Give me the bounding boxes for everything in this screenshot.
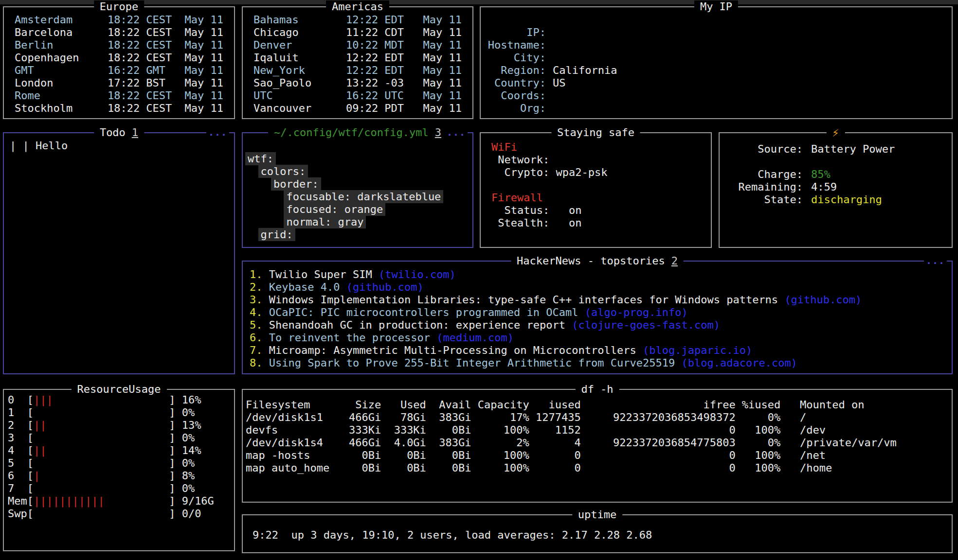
battery-value: Battery Power: [811, 143, 895, 156]
story-domain-link[interactable]: (clojure-goes-fast.com): [572, 319, 720, 331]
story-number: 6.: [250, 332, 263, 344]
df-data-row: /dev/disk1s4 466Gi 4.0Gi 383Gi 2% 4 9223…: [246, 437, 952, 449]
city-name: Berlin: [15, 39, 101, 52]
hackernews-story[interactable]: 5. Shenandoah GC in production: experien…: [250, 319, 952, 332]
clock-row: Iqaluit12:22EDTMay 11: [253, 52, 462, 64]
city-name: Barcelona: [15, 26, 101, 39]
story-domain-link[interactable]: (algo-prog.info): [585, 306, 688, 318]
story-domain-link[interactable]: (blog.japaric.io): [643, 344, 752, 356]
config-line: normal: gray: [245, 216, 472, 228]
clock-row: Denver10:22MDTMay 11: [253, 39, 462, 52]
security-line: WiFi: [491, 141, 711, 154]
panel-config-title: ~/.config/wtf/config.yml3: [268, 126, 447, 139]
hackernews-story[interactable]: 1. Twilio Super SIM (twilio.com): [250, 268, 952, 281]
city-name: Stockholm: [15, 102, 101, 115]
resource-label: 6: [8, 470, 27, 482]
clock-row: Berlin18:22CESTMay 11: [15, 39, 223, 52]
config-line-text: normal: gray: [284, 215, 366, 228]
meter-close-bracket: ]: [169, 457, 175, 469]
df-data-row: /dev/disk1s1 466Gi 78Gi 383Gi 17% 127743…: [246, 411, 952, 424]
battery-row: [738, 156, 952, 168]
city-name: Sao_Paolo: [253, 77, 340, 89]
meter-open-bracket: [: [27, 495, 34, 507]
clock-row: Copenhagen18:22CESTMay 11: [15, 52, 223, 64]
resource-usage-rows: 0 [||| ] 16%1 [ ] 0%2 [|| ] 13%3 [ ] 0%4…: [4, 390, 234, 520]
resource-value: 16%: [175, 394, 201, 406]
story-domain-link[interactable]: (github.com): [346, 281, 424, 293]
security-line: Firewall: [491, 192, 711, 204]
clock-row: New_York12:22EDTMay 11: [253, 64, 462, 77]
meter-close-bracket: ]: [169, 432, 175, 444]
city-time: 12:22: [346, 14, 378, 26]
story-domain-link[interactable]: (medium.com): [436, 332, 514, 344]
battery-value: 4:59: [811, 181, 837, 193]
meter-open-bracket: [: [27, 406, 34, 419]
panel-config-yml: ~/.config/wtf/config.yml3 ... wtf: color…: [242, 132, 473, 248]
city-timezone: MDT: [384, 39, 410, 52]
panel-staying-safe-title: Staying safe: [551, 126, 640, 139]
meter-open-bracket: [: [27, 419, 34, 431]
ip-info-row: Region:California: [488, 64, 942, 77]
resource-value: 0%: [175, 432, 195, 444]
ip-info-row: Hostname:: [488, 39, 942, 52]
meter-close-bracket: ]: [169, 482, 175, 494]
panel-staying-safe-title-text: Staying safe: [557, 126, 634, 139]
df-data-row: map auto_home 0Bi 0Bi 0Bi 100% 0 0 100% …: [246, 462, 952, 474]
city-timezone: CEST: [146, 102, 172, 115]
story-title: Twilio Super SIM: [269, 268, 372, 280]
battery-row: Remaining:4:59: [738, 181, 952, 193]
clock-row: GMT16:22GMTMay 11: [15, 64, 223, 77]
story-domain-link[interactable]: (github.com): [784, 294, 862, 306]
panel-config-badge: 3: [435, 126, 441, 139]
config-line: grid:: [245, 228, 472, 241]
wtf-dashboard: Europe Amsterdam18:22CESTMay 11Barcelona…: [0, 0, 958, 560]
security-line: [491, 179, 711, 192]
ip-info-row: Coords:: [488, 89, 942, 102]
clock-row: Chicago11:22CDTMay 11: [253, 26, 462, 39]
hackernews-story[interactable]: 3. Windows Implementation Libraries: typ…: [250, 294, 952, 306]
meter-open-bracket: [: [27, 394, 34, 406]
ip-info-row: Org:: [488, 102, 942, 115]
city-date: May 11: [416, 52, 462, 64]
city-timezone: CEST: [146, 52, 172, 64]
hackernews-story[interactable]: 6. To reinvent the processor (medium.com…: [250, 332, 952, 344]
hackernews-story-list: 1. Twilio Super SIM (twilio.com)2. Keyba…: [243, 262, 952, 369]
ip-info-label: IP:: [488, 26, 546, 39]
city-name: New_York: [253, 64, 340, 77]
city-timezone: CEST: [146, 39, 172, 52]
story-number: 7.: [250, 344, 263, 356]
config-line-text: border:: [271, 177, 321, 191]
clock-row: Barcelona18:22CESTMay 11: [15, 26, 223, 39]
battery-value: 85%: [811, 168, 831, 181]
city-date: May 11: [178, 77, 223, 89]
panel-config-title-text: ~/.config/wtf/config.yml: [274, 126, 429, 139]
hackernews-story[interactable]: 8. Using Spark to Prove 255-Bit Integer …: [250, 357, 952, 369]
city-date: May 11: [416, 14, 462, 26]
panel-hackernews: HackerNews - topstories2 ... 1. Twilio S…: [242, 261, 953, 374]
hackernews-story[interactable]: 2. Keybase 4.0 (github.com): [250, 281, 952, 294]
panel-americas-title-text: Americas: [332, 0, 383, 13]
ip-info-label: Hostname:: [488, 39, 546, 52]
story-domain-link[interactable]: (twilio.com): [379, 268, 456, 280]
resource-label: 4: [8, 444, 27, 457]
resource-row: 1 [ ] 0%: [8, 406, 234, 419]
clock-row: Amsterdam18:22CESTMay 11: [15, 14, 223, 26]
city-timezone: EDT: [384, 64, 410, 77]
hackernews-story[interactable]: 4. OCaPIC: PIC microcontrollers programm…: [250, 306, 952, 319]
story-domain-link[interactable]: (blog.adacore.com): [681, 357, 797, 369]
city-time: 17:22: [108, 77, 140, 89]
story-title: Using Spark to Prove 255-Bit Integer Ari…: [269, 357, 675, 369]
city-name: Rome: [15, 89, 101, 102]
panel-uptime-title-text: uptime: [578, 508, 616, 521]
config-line: border:: [245, 178, 472, 191]
city-time: 18:22: [108, 26, 140, 39]
config-lines: wtf: colors: border: focusable: darkslat…: [243, 133, 472, 241]
meter-bars: ||: [34, 444, 47, 456]
panel-americas-title: Americas: [326, 0, 389, 13]
battery-label: State:: [738, 193, 803, 206]
hackernews-more-indicator: ...: [924, 254, 947, 267]
city-date: May 11: [416, 89, 462, 102]
panel-df-title: df -h: [575, 383, 619, 396]
hackernews-story[interactable]: 7. Microamp: Asymmetric Multi-Processing…: [250, 344, 952, 357]
battery-label: Charge:: [738, 168, 803, 181]
